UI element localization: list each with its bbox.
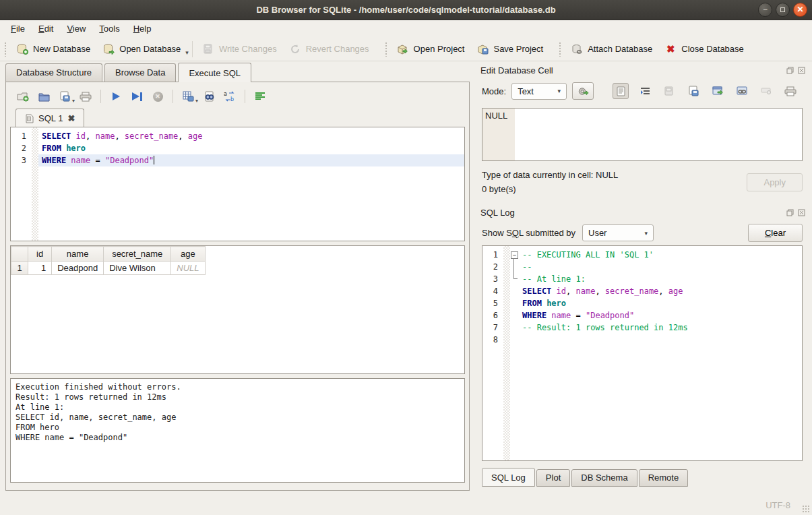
code-line: 1SELECT id, name, secret_name, age [11,130,464,142]
result-cell[interactable]: Deadpond [52,262,104,275]
execute-current-line-icon[interactable] [131,90,143,102]
toolbar-separator [100,90,101,103]
toolbar-handle[interactable] [385,42,388,57]
cell-info: Type of data currently in cell: NULL 0 b… [476,161,808,196]
find-icon[interactable] [203,90,215,102]
find-replace-icon[interactable]: ab [224,90,236,102]
encoding-indicator: UTF-8 [766,500,790,510]
open-project-label: Open Project [414,44,465,54]
sql-tab[interactable]: SQL 1 ✖ [15,109,84,128]
filter-value: User [588,228,606,238]
maximize-button[interactable] [776,3,790,17]
execution-message[interactable]: Execution finished without errors. Resul… [10,378,465,483]
close-panel-icon[interactable] [797,67,805,75]
sql-editor[interactable]: 1SELECT id, name, secret_name, age2FROM … [10,127,465,241]
svg-text:b: b [230,96,234,102]
code-line: 6WHERE name = "Deadpond" [482,309,802,322]
column-header[interactable]: name [52,247,104,262]
app-window: DB Browser for SQLite - /home/user/code/… [0,0,812,515]
bottom-tab-bar: SQL Log Plot DB Schema Remote [476,461,808,487]
write-changes-button[interactable]: Write Changes [196,40,283,59]
filter-combobox[interactable]: User▾ [582,224,654,241]
code-line: 8 [482,334,802,346]
column-header[interactable]: age [171,247,205,262]
open-sql-file-icon[interactable] [38,90,50,102]
clear-button[interactable]: Clear [748,224,803,242]
close-panel-icon[interactable] [797,209,805,217]
export-cell-icon[interactable] [710,83,726,99]
code-line: 2FROM hero [11,142,464,154]
float-panel-icon[interactable] [786,209,794,217]
statusbar: UTF-8 [0,495,812,515]
column-header[interactable]: id [28,247,52,262]
result-cell[interactable]: 1 [28,262,52,275]
minimize-button[interactable]: − [758,3,772,17]
bottom-tab-sql-log[interactable]: SQL Log [482,468,535,487]
result-cell[interactable]: Dive Wilson [104,262,171,275]
mode-combobox[interactable]: Text▾ [511,83,567,100]
tab-execute-sql[interactable]: Execute SQL [178,63,251,82]
save-cell-icon[interactable] [685,83,701,99]
resize-grip[interactable] [802,505,810,513]
menu-view[interactable]: View [60,22,92,36]
new-database-button[interactable]: New Database [10,40,96,59]
mode-value: Text [518,86,534,96]
set-null-icon[interactable] [758,83,774,99]
tab-database-structure[interactable]: Database Structure [5,63,102,82]
apply-button[interactable]: Apply [747,173,803,191]
bottom-tab-db-schema[interactable]: DB Schema [571,469,637,487]
new-database-label: New Database [33,44,90,54]
cell-size-text: 0 byte(s) [482,182,618,196]
attach-database-button[interactable]: Attach Database [565,40,658,59]
save-results-dropdown[interactable]: ▾ [195,98,198,104]
bottom-tab-remote[interactable]: Remote [639,469,689,487]
cell-value-editor[interactable]: NULL [482,108,803,161]
menu-help[interactable]: Help [127,22,158,36]
menu-edit[interactable]: Edit [32,22,60,36]
toolbar-handle[interactable] [559,42,562,57]
open-sql-tab-icon[interactable] [17,90,29,102]
row-header[interactable]: 1 [11,262,28,275]
close-database-icon: ✖ [664,43,677,55]
float-panel-icon[interactable] [786,67,794,75]
stop-execution-icon[interactable]: ✕ [152,90,164,102]
result-cell[interactable]: NULL [171,262,205,275]
code-line: 7-- Result: 1 rows returned in 12ms [482,322,802,334]
save-sql-file-icon[interactable]: ▾ [59,90,71,102]
print-cell-icon[interactable] [782,83,799,99]
code-line: 4SELECT id, name, secret_name, age [482,285,802,297]
word-wrap-icon[interactable] [637,83,653,99]
close-database-button[interactable]: ✖ Close Database [658,40,750,59]
open-database-dropdown[interactable]: ▾ [185,49,189,61]
save-results-icon[interactable]: ▾ [182,90,194,102]
menu-tools[interactable]: Tools [92,22,126,36]
open-project-button[interactable]: Open Project [391,40,471,59]
revert-changes-icon [289,43,301,55]
new-database-icon [16,43,28,55]
save-sql-dropdown[interactable]: ▾ [72,98,75,104]
print-icon[interactable] [80,90,92,102]
save-project-button[interactable]: Save Project [470,40,549,59]
execute-all-icon[interactable] [110,90,122,102]
corner-header[interactable] [11,247,28,262]
sql-log-editor[interactable]: 1-- EXECUTING ALL IN 'SQL 1'2--3-- At li… [482,245,803,461]
bottom-tab-plot[interactable]: Plot [536,469,570,487]
link-cell-icon[interactable] [734,83,750,99]
results-grid[interactable]: idnamesecret_nameage11DeadpondDive Wilso… [10,245,465,374]
revert-changes-button[interactable]: Revert Changes [283,40,375,59]
tab-browse-data[interactable]: Browse Data [104,63,176,82]
menu-file[interactable]: File [4,22,32,36]
toolbar-separator [173,90,173,103]
toolbar-handle[interactable] [4,42,7,57]
text-mode-icon[interactable] [613,83,629,99]
sql-tab-close-icon[interactable]: ✖ [67,113,75,123]
column-header[interactable]: secret_name [104,247,171,262]
open-database-button[interactable]: Open Database [96,40,187,59]
titlebar[interactable]: DB Browser for SQLite - /home/user/code/… [0,0,812,20]
edit-cell-title: Edit Database Cell [480,65,782,75]
auto-format-icon[interactable] [254,90,266,102]
close-button[interactable]: ✕ [793,3,807,17]
open-in-external-icon[interactable] [661,83,677,99]
auto-apply-button[interactable] [572,82,594,100]
sql-tab-bar: SQL 1 ✖ [10,107,465,127]
